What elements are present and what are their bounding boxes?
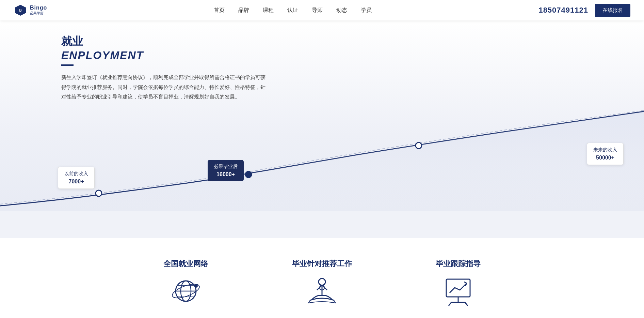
globe-icon — [169, 276, 203, 306]
section-header: 就业 ENPLOYMENT — [0, 34, 644, 66]
nav-home[interactable]: 首页 — [214, 7, 225, 14]
tooltip-after-label: 必果毕业后 — [214, 163, 238, 170]
svg-text:B: B — [19, 9, 21, 12]
nav-right: 18507491121 在线报名 — [538, 4, 630, 17]
feature-network: 全国就业网络 — [118, 259, 254, 306]
nav-teacher[interactable]: 导师 — [312, 7, 323, 14]
chart-up-icon — [441, 276, 475, 306]
tooltip-after: 必果毕业后 16000+ — [208, 160, 244, 182]
feature-guidance-title: 毕业跟踪指导 — [436, 259, 481, 269]
logo-icon: B — [14, 3, 27, 17]
svg-point-8 — [194, 284, 198, 288]
tooltip-after-value: 16000+ — [214, 170, 238, 179]
navbar: B Bingo 必果学府 首页 品牌 课程 认证 导师 动态 学员 185074… — [0, 0, 644, 20]
features-section: 全国就业网络 毕业针对推荐工作 — [0, 238, 644, 318]
tooltip-future-label: 未来的收入 — [593, 146, 617, 153]
svg-line-12 — [322, 285, 327, 290]
section-title-en: ENPLOYMENT — [61, 49, 644, 62]
register-button[interactable]: 在线报名 — [595, 4, 630, 17]
spacer — [0, 211, 644, 238]
svg-line-11 — [317, 285, 322, 290]
point-after — [245, 171, 252, 178]
nav-student[interactable]: 学员 — [361, 7, 372, 14]
tooltip-prev: 以前的收入 7000+ — [58, 167, 95, 189]
feature-network-title: 全国就业网络 — [163, 259, 208, 269]
nav-brand[interactable]: 品牌 — [238, 7, 249, 14]
logo-text: Bingo 必果学府 — [30, 5, 47, 16]
tooltip-prev-value: 7000+ — [64, 177, 88, 186]
svg-point-9 — [319, 278, 325, 285]
point-prev — [96, 190, 102, 196]
logo[interactable]: B Bingo 必果学府 — [14, 3, 47, 17]
nav-links: 首页 品牌 课程 认证 导师 动态 学员 — [214, 7, 372, 14]
nav-courses[interactable]: 课程 — [263, 7, 274, 14]
main-content: 就业 ENPLOYMENT 新生入学即签订《就业推荐意向协议》，顺利完成全部学业… — [0, 20, 644, 318]
tooltip-future-value: 50000+ — [593, 153, 617, 162]
employment-section: 就业 ENPLOYMENT 新生入学即签订《就业推荐意向协议》，顺利完成全部学业… — [0, 20, 644, 211]
svg-rect-14 — [446, 279, 470, 297]
feature-recommend-title: 毕业针对推荐工作 — [292, 259, 352, 269]
section-title-cn: 就业 — [61, 34, 644, 49]
point-future — [416, 142, 422, 149]
salary-chart: 以前的收入 7000+ 必果毕业后 16000+ 未来的收入 50000+ — [0, 109, 644, 211]
chart-svg — [0, 109, 644, 211]
tooltip-prev-label: 以前的收入 — [64, 170, 88, 177]
nav-cert[interactable]: 认证 — [287, 7, 298, 14]
nav-news[interactable]: 动态 — [336, 7, 347, 14]
tooltip-future: 未来的收入 50000+ — [587, 143, 624, 165]
section-description: 新生入学即签订《就业推荐意向协议》，顺利完成全部学业并取得所需合格证书的学员可获… — [0, 73, 265, 102]
handshake-icon — [305, 276, 339, 306]
svg-line-18 — [465, 302, 468, 306]
feature-recommend: 毕业针对推荐工作 — [254, 259, 390, 306]
feature-guidance: 毕业跟踪指导 — [390, 259, 526, 306]
section-divider — [61, 64, 74, 66]
svg-line-17 — [449, 302, 451, 306]
phone-number: 18507491121 — [538, 6, 588, 15]
